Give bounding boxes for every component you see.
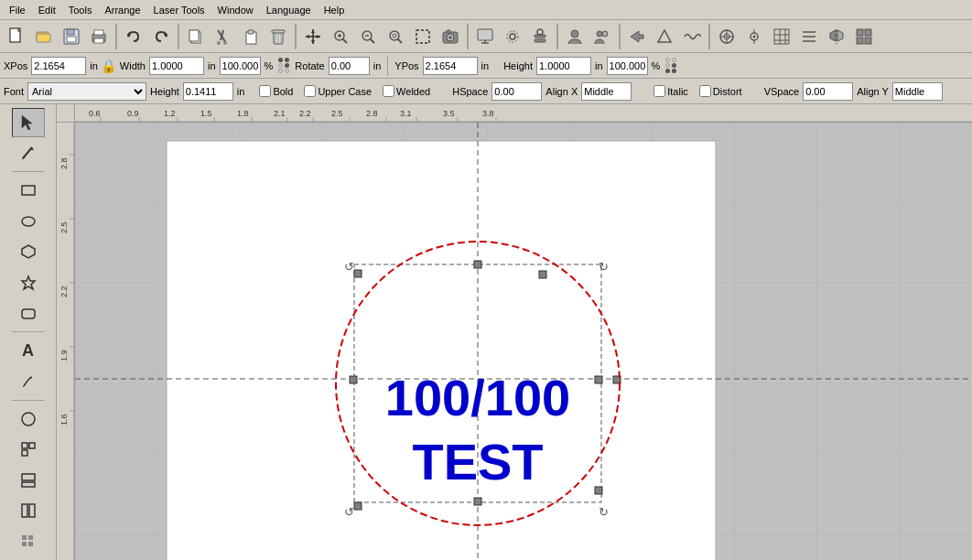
pencil-tool[interactable] (12, 367, 45, 396)
welded-checkbox[interactable] (383, 85, 394, 97)
save-button[interactable] (59, 24, 84, 49)
ypos-unit: in (481, 60, 490, 71)
svg-rect-44 (447, 30, 450, 33)
pct1-unit: % (265, 60, 274, 71)
obj2-tool[interactable] (12, 466, 45, 495)
menu-file[interactable]: File (4, 3, 31, 17)
svg-text:1.6: 1.6 (59, 414, 69, 425)
svg-text:2.5: 2.5 (331, 109, 343, 118)
select-tool[interactable] (12, 108, 45, 137)
circle-tool[interactable] (12, 404, 45, 434)
canvas-area[interactable]: 0.6 0.9 1.2 1.5 1.8 2.1 2.2 2.5 2.8 3.1 (57, 104, 972, 560)
toolbar-sep-5 (556, 24, 558, 49)
open-button[interactable] (31, 24, 57, 49)
undo-button[interactable] (121, 24, 146, 49)
ellipse-tool[interactable] (12, 207, 45, 236)
aligny-input[interactable] (892, 82, 943, 101)
menu-language[interactable]: Language (261, 3, 317, 17)
zoom-in-button[interactable] (328, 24, 353, 49)
ypos-input[interactable] (423, 57, 478, 75)
welded-checkbox-label[interactable]: Welded (383, 85, 430, 97)
pen-tool[interactable] (12, 139, 45, 168)
xpos-input[interactable] (31, 57, 86, 75)
mirror-button[interactable] (824, 24, 849, 49)
grid-button[interactable] (769, 24, 794, 49)
lock-icon[interactable]: 🔒 (102, 57, 116, 75)
toolbar-sep-1 (115, 24, 117, 49)
svg-rect-12 (189, 30, 199, 41)
paste-button[interactable] (238, 24, 264, 49)
menu-edit[interactable]: Edit (33, 3, 61, 17)
rotate-input[interactable] (329, 57, 370, 75)
uppercase-checkbox-label[interactable]: Upper Case (304, 85, 372, 97)
user2-button[interactable] (589, 24, 615, 49)
obj1-tool[interactable] (12, 435, 45, 464)
menu-lasertools[interactable]: Laser Tools (148, 3, 211, 17)
bold-checkbox-label[interactable]: Bold (259, 85, 293, 97)
height-input[interactable] (536, 57, 591, 75)
svg-rect-45 (478, 29, 492, 40)
pct1-input[interactable] (220, 57, 261, 75)
wave-button[interactable] (679, 24, 705, 49)
text-tool[interactable]: A (12, 336, 45, 365)
svg-rect-144 (354, 264, 601, 502)
new-button[interactable] (4, 24, 29, 49)
svg-marker-57 (658, 30, 671, 42)
hspace-input[interactable] (491, 82, 542, 101)
italic-checkbox[interactable] (653, 85, 665, 97)
copy-button[interactable] (183, 24, 209, 49)
menu-tools[interactable]: Tools (63, 3, 98, 17)
font-select[interactable]: Arial (27, 82, 146, 101)
zoom-out-button[interactable] (383, 24, 408, 49)
design-canvas[interactable]: ↺ ↻ ↺ ↻ (75, 123, 972, 560)
move-button[interactable] (300, 24, 326, 49)
arrow-button[interactable] (624, 24, 650, 49)
pos-button[interactable] (741, 24, 767, 49)
svg-marker-29 (317, 35, 320, 38)
target-button[interactable] (714, 24, 740, 49)
bold-checkbox[interactable] (259, 85, 271, 97)
delete-button[interactable] (265, 24, 291, 49)
font-height-input[interactable] (183, 82, 233, 101)
alignx-input[interactable] (581, 82, 632, 101)
menu-arrange[interactable]: Arrange (99, 3, 146, 17)
triangle-button[interactable] (652, 24, 677, 49)
pct2-input[interactable] (607, 57, 648, 75)
distort-checkbox[interactable] (699, 85, 711, 97)
menu-help[interactable]: Help (319, 3, 351, 17)
uppercase-checkbox[interactable] (304, 85, 316, 97)
font-label: Font (4, 86, 24, 97)
menu-window[interactable]: Window (212, 3, 259, 17)
svg-rect-102 (28, 542, 33, 546)
camera-button[interactable] (437, 24, 463, 49)
obj4-tool[interactable] (12, 527, 45, 556)
redo-button[interactable] (148, 24, 174, 49)
ruler-vertical: 2.8 2.5 2.2 1.9 1.6 (57, 123, 75, 560)
polygon-tool[interactable] (12, 238, 45, 267)
align-button[interactable] (796, 24, 822, 49)
select-rect-button[interactable] (410, 24, 436, 49)
obj3-tool[interactable] (12, 497, 45, 526)
svg-rect-79 (857, 38, 863, 44)
monitor-button[interactable] (472, 24, 498, 49)
svg-text:2.8: 2.8 (59, 157, 69, 169)
svg-point-91 (22, 413, 35, 425)
distort-checkbox-label[interactable]: Distort (699, 85, 742, 97)
italic-checkbox-label[interactable]: Italic (653, 85, 688, 97)
vspace-input[interactable] (803, 82, 853, 101)
svg-rect-98 (29, 504, 35, 517)
width-input[interactable] (149, 57, 204, 75)
svg-text:↺: ↺ (344, 260, 354, 274)
cut-button[interactable] (211, 24, 236, 49)
rect-tool[interactable] (12, 176, 45, 205)
print-button[interactable] (86, 24, 112, 49)
user-button[interactable] (562, 24, 588, 49)
roundrect-tool[interactable] (12, 299, 45, 328)
settings-button[interactable] (500, 24, 525, 49)
svg-marker-76 (837, 30, 843, 41)
star-tool[interactable] (12, 268, 45, 297)
tools2-button[interactable] (527, 24, 553, 49)
zoom-fit-button[interactable] (355, 24, 381, 49)
extra-button[interactable] (851, 24, 877, 49)
left-toolbar: A (0, 104, 57, 560)
